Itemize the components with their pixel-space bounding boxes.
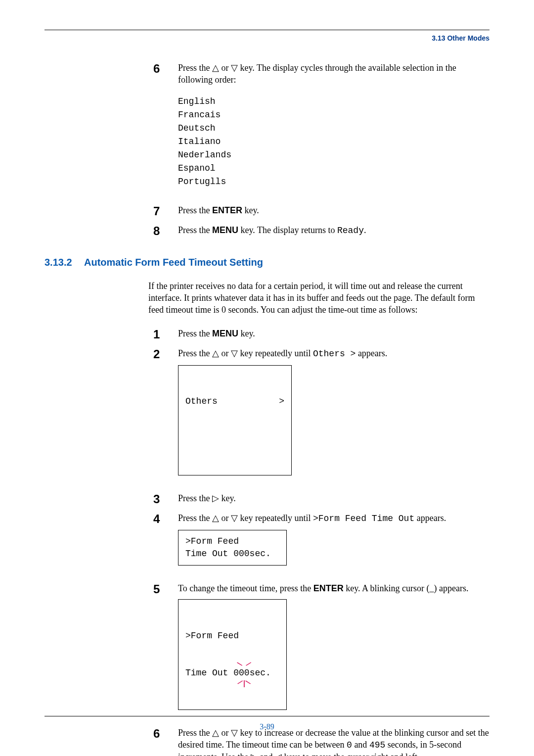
section-title: Automatic Form Feed Timeout Setting	[84, 257, 263, 268]
step-text: Press the △ or ▽ key. The display cycles…	[178, 62, 490, 197]
intro-paragraph: If the printer receives no data for a ce…	[148, 280, 490, 316]
page: 3.13 Other Modes 6 Press the △ or ▽ key.…	[0, 0, 534, 756]
lang-item: Deutsch	[178, 122, 490, 135]
step2-1: 1 Press the MENU key.	[148, 328, 490, 340]
lcd-display: >Form Feed Time Out 000sec.	[178, 530, 287, 566]
mono-text: 495	[369, 740, 385, 750]
t: .	[364, 225, 366, 235]
t: key. The display returns to	[238, 225, 337, 235]
step2-5: 5 To change the timeout time, press the …	[148, 582, 490, 720]
language-list: English Francais Deutsch Italiano Nederl…	[178, 95, 490, 189]
t: Press the	[178, 493, 212, 503]
triangle-up-icon: △	[212, 63, 219, 73]
step2-4: 4 Press the △ or ▽ key repeatedly until …	[148, 512, 490, 575]
lang-item: Espanol	[178, 162, 490, 175]
t: key.	[219, 493, 236, 503]
step-number: 3	[148, 492, 178, 505]
step-6: 6 Press the △ or ▽ key. The display cycl…	[148, 62, 490, 197]
triangle-down-icon: ▽	[231, 63, 238, 73]
lang-item: Nederlands	[178, 148, 490, 162]
key-name: ENTER	[313, 583, 344, 593]
t: Press the	[178, 329, 212, 338]
section-heading: 3.13.2 Automatic Form Feed Timeout Setti…	[44, 257, 490, 268]
step-text: Press the ▷ key.	[178, 492, 490, 504]
t: To change the timeout time, press the	[178, 583, 313, 593]
t: Press the	[178, 63, 212, 73]
lang-item: English	[178, 95, 490, 108]
mono-text: 0	[347, 740, 352, 750]
t: or	[219, 513, 231, 523]
triangle-left-icon: ◁	[275, 752, 282, 756]
step-text: To change the timeout time, press the EN…	[178, 582, 490, 720]
mono-text: >Form Feed Time Out	[313, 514, 414, 523]
step2-2: 2 Press the △ or ▽ key repeatedly until …	[148, 347, 490, 485]
bottom-rule	[44, 716, 490, 716]
key-name: MENU	[212, 329, 238, 338]
spark-icon: /	[245, 661, 252, 668]
t: or	[219, 63, 231, 73]
lang-item: Portuglls	[178, 175, 490, 189]
step-number: 1	[148, 328, 178, 340]
t: and	[352, 740, 369, 750]
triangle-up-icon: △	[212, 348, 219, 358]
section-body: If the printer receives no data for a ce…	[148, 280, 490, 756]
page-number: 3-89	[44, 722, 490, 731]
spark-icon: |	[242, 680, 246, 687]
lang-item: Francais	[178, 108, 490, 122]
t: sec.	[250, 668, 271, 678]
t: key repeatedly until	[238, 513, 313, 523]
lcd-text: Others	[185, 395, 218, 408]
mono-text: Ready	[337, 226, 364, 236]
step-text: Press the MENU key. The display returns …	[178, 224, 490, 236]
lcd-display: Others >	[178, 365, 292, 476]
step-number: 8	[148, 224, 178, 237]
triangle-right-icon: ▷	[212, 493, 219, 503]
footer: 3-89	[44, 716, 490, 731]
t: and	[258, 752, 275, 756]
step-number: 7	[148, 204, 178, 217]
block1: 6 Press the △ or ▽ key. The display cycl…	[148, 62, 490, 237]
step-number: 6	[148, 62, 178, 75]
lcd-caret: >	[279, 395, 284, 408]
lang-item: Italiano	[178, 135, 490, 148]
step-8: 8 Press the MENU key. The display return…	[148, 224, 490, 237]
mono-text: Others >	[313, 349, 356, 359]
t: key repeatedly until	[238, 348, 313, 358]
triangle-up-icon: △	[212, 513, 219, 523]
lcd-line: >Form Feed	[185, 630, 279, 642]
t: key.	[242, 205, 259, 215]
t: key. A blinking cursor (_) appears.	[344, 583, 469, 593]
step2-3: 3 Press the ▷ key.	[148, 492, 490, 505]
step-text: Press the ENTER key.	[178, 204, 490, 216]
step-number: 2	[148, 347, 178, 360]
step-text: Press the △ or ▽ key repeatedly until Ot…	[178, 347, 490, 485]
t: or	[219, 348, 231, 358]
t: appears.	[414, 513, 446, 523]
spark-icon: \	[236, 661, 243, 668]
step-number: 4	[148, 512, 178, 525]
t: Press the	[178, 348, 212, 358]
section-number: 3.13.2	[44, 257, 84, 268]
top-rule	[44, 30, 490, 30]
t: key.	[238, 329, 255, 338]
t: Press the	[178, 205, 212, 215]
step-number: 5	[148, 582, 178, 595]
key-name: ENTER	[212, 205, 242, 215]
lcd-line: Time Out 000\//\|sec.	[185, 667, 279, 679]
t: Press the	[178, 225, 212, 235]
key-name: MENU	[212, 225, 238, 235]
step-text: Press the MENU key.	[178, 328, 490, 339]
cursor-chars: 00	[239, 668, 250, 678]
triangle-right-icon: ▷	[251, 752, 258, 756]
triangle-down-icon: ▽	[231, 513, 238, 523]
lcd-display: >Form Feed Time Out 000\//\|sec.	[178, 599, 287, 710]
step-text: Press the △ or ▽ key repeatedly until >F…	[178, 512, 490, 575]
triangle-down-icon: ▽	[231, 348, 238, 358]
blinking-cursor: 00\//\|	[239, 667, 250, 679]
t: Press the	[178, 513, 212, 523]
step-7: 7 Press the ENTER key.	[148, 204, 490, 217]
header-section-ref: 3.13 Other Modes	[44, 34, 490, 42]
t: Time Out 0	[185, 668, 239, 678]
t: keys to move the cursor right and left.	[282, 752, 419, 756]
t: appears.	[356, 348, 387, 358]
